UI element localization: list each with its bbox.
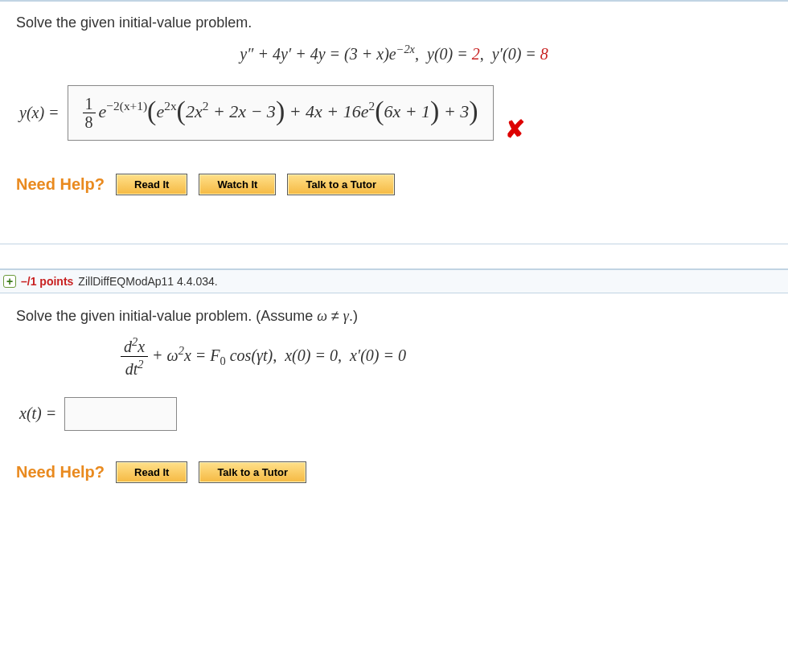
q2-answer-label: x(t) = xyxy=(16,404,56,423)
q2-prompt: Solve the given initial-value problem. (… xyxy=(16,308,772,325)
q2-answer-row: x(t) = xyxy=(16,397,772,431)
q2-points: –/1 points xyxy=(21,275,73,288)
read-it-button[interactable]: Read It xyxy=(116,461,187,483)
q1-answer-label: y(x) = xyxy=(16,104,60,122)
q1-prompt: Solve the given initial-value problem. xyxy=(16,14,772,31)
q1-answer-row: y(x) = 18e−2(x+1)(e2x(2x2 + 2x − 3) + 4x… xyxy=(16,83,772,143)
q2-help-row: Need Help? Read It Talk to a Tutor xyxy=(16,461,772,483)
q1-answer-content: 18e−2(x+1)(e2x(2x2 + 2x − 3) + 4x + 16e2… xyxy=(83,96,478,130)
q2-header: + –/1 points ZillDiffEQModAp11 4.4.034. xyxy=(0,268,788,293)
incorrect-icon: ✘ xyxy=(505,115,525,143)
need-help-label: Need Help? xyxy=(16,463,105,481)
q1-help-row: Need Help? Read It Watch It Talk to a Tu… xyxy=(16,174,772,195)
watch-it-button[interactable]: Watch It xyxy=(199,174,276,195)
q2-answer-input[interactable] xyxy=(64,397,177,431)
talk-to-tutor-button[interactable]: Talk to a Tutor xyxy=(287,174,395,195)
question-1: Solve the given initial-value problem. y… xyxy=(0,0,788,219)
q1-answer-input[interactable]: 18e−2(x+1)(e2x(2x2 + 2x − 3) + 4x + 16e2… xyxy=(68,85,494,141)
q2-equation: d2xdt2 + ω2x = F0 cos(γt), x(0) = 0, x′(… xyxy=(16,336,772,378)
expand-icon[interactable]: + xyxy=(3,275,16,288)
q1-equation: y″ + 4y′ + 4y = (3 + x)e−2x, y(0) = 2, y… xyxy=(16,43,772,64)
read-it-button[interactable]: Read It xyxy=(116,174,187,195)
question-2: Solve the given initial-value problem. (… xyxy=(0,293,788,507)
q2-source: ZillDiffEQModAp11 4.4.034. xyxy=(78,275,217,288)
talk-to-tutor-button[interactable]: Talk to a Tutor xyxy=(199,461,306,483)
need-help-label: Need Help? xyxy=(16,175,105,194)
